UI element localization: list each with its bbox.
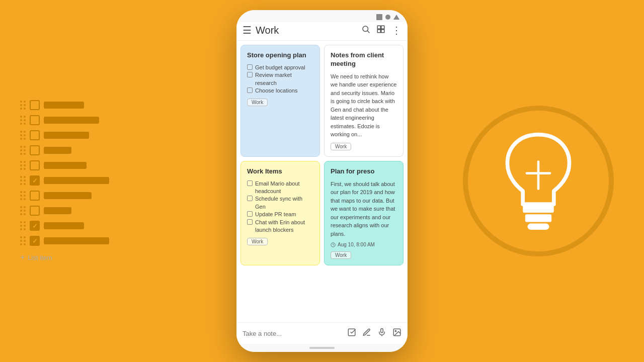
note-store-opening[interactable]: Store opening plan Get budget approval R…	[240, 45, 320, 157]
search-icon[interactable]	[361, 25, 370, 36]
checklist-item: Get budget approval	[247, 64, 313, 71]
reminder-text: Aug 10, 8:00 AM	[338, 242, 375, 247]
svg-rect-10	[381, 29, 384, 32]
take-note-input[interactable]	[243, 330, 343, 337]
note-checklist: Get budget approval Review market resear…	[247, 64, 313, 95]
tag-work[interactable]: Work	[247, 99, 268, 106]
checklist-item: Schedule sync with Gen	[247, 195, 313, 211]
checkbox[interactable]	[30, 206, 40, 216]
tag-work[interactable]: Work	[247, 238, 268, 245]
add-item-label: List item	[28, 254, 52, 261]
svg-rect-12	[348, 329, 355, 336]
checklist-row	[20, 160, 109, 170]
checkbox-checked[interactable]: ✓	[30, 221, 40, 231]
mini-checkbox[interactable]	[247, 196, 253, 201]
bottom-icons	[347, 328, 401, 339]
bottom-bar	[236, 322, 408, 344]
checklist-row	[20, 191, 109, 201]
wifi-icon	[393, 15, 399, 20]
app-title: Work	[256, 25, 279, 36]
checkbox-checked[interactable]: ✓	[30, 236, 40, 246]
home-bar	[309, 347, 335, 349]
list-bar	[44, 237, 109, 244]
left-checklist-decoration: ✓ ✓ ✓ + List item	[20, 100, 109, 262]
drag-dots	[20, 116, 26, 125]
svg-rect-7	[377, 26, 380, 29]
list-bar	[44, 207, 71, 214]
list-bar	[44, 132, 89, 139]
drag-dots	[20, 176, 26, 185]
more-options-icon[interactable]: ⋮	[391, 24, 401, 36]
note-plan-preso[interactable]: Plan for preso First, we should talk abo…	[324, 161, 404, 265]
checklist-row: ✓	[20, 221, 109, 231]
mini-checkbox[interactable]	[247, 64, 253, 70]
header-right: ⋮	[361, 24, 401, 36]
checklist-text: Get budget approval	[255, 64, 305, 71]
app-header: ☰ Work ⋮	[236, 22, 408, 41]
mini-checkbox[interactable]	[247, 219, 253, 225]
tag-work[interactable]: Work	[331, 251, 351, 259]
note-title: Notes from client meeting	[331, 51, 397, 68]
list-bar	[44, 117, 99, 124]
home-indicator	[236, 344, 408, 352]
plus-icon: +	[20, 253, 25, 262]
drag-dots	[20, 131, 26, 140]
svg-point-16	[395, 330, 396, 331]
notes-grid: Store opening plan Get budget approval R…	[236, 41, 408, 322]
checklist-item: Email Mario about headcount	[247, 180, 313, 196]
checklist-row	[20, 115, 109, 125]
image-icon[interactable]	[392, 328, 401, 339]
drag-dots	[20, 206, 26, 215]
svg-rect-8	[381, 26, 384, 29]
checklist-text: Review market research	[255, 71, 313, 87]
note-client-meeting[interactable]: Notes from client meeting We need to ret…	[324, 45, 404, 157]
lightbulb-decoration	[463, 106, 614, 256]
checkbox[interactable]	[30, 160, 40, 170]
drag-dots	[20, 236, 26, 245]
mini-checkbox[interactable]	[247, 87, 253, 93]
note-work-items[interactable]: Work Items Email Mario about headcount S…	[240, 161, 320, 265]
note-title: Store opening plan	[247, 51, 313, 60]
drag-dots	[20, 161, 26, 170]
signal-icon	[385, 15, 390, 20]
mini-checkbox[interactable]	[247, 211, 253, 217]
checklist-item: Chat with Erin about launch blockers	[247, 219, 313, 234]
mini-checkbox[interactable]	[247, 180, 253, 186]
note-body: First, we should talk about our plan for…	[331, 180, 397, 238]
checkbox[interactable]	[30, 130, 40, 140]
mic-icon[interactable]	[377, 328, 386, 339]
reminder: Aug 10, 8:00 AM	[331, 242, 397, 247]
checklist-row	[20, 145, 109, 155]
svg-rect-0	[523, 205, 554, 213]
note-title: Plan for preso	[331, 167, 397, 176]
list-bar	[44, 147, 71, 154]
menu-icon[interactable]: ☰	[243, 24, 252, 36]
list-bar	[44, 192, 92, 199]
note-title: Work Items	[247, 167, 313, 176]
checkbox-checked[interactable]: ✓	[30, 175, 40, 186]
checklist-item: Update PR team	[247, 211, 313, 218]
lightbulb-icon	[498, 131, 579, 231]
checklist-row	[20, 100, 109, 110]
draw-icon[interactable]	[362, 328, 371, 339]
checkbox[interactable]	[30, 100, 40, 110]
header-left: ☰ Work	[243, 24, 279, 36]
battery-icon	[376, 14, 382, 20]
mini-checkbox[interactable]	[247, 72, 253, 77]
checklist-text: Schedule sync with Gen	[255, 195, 313, 211]
checklist-row: ✓	[20, 175, 109, 186]
checkbox-icon[interactable]	[347, 328, 356, 339]
checkbox[interactable]	[30, 191, 40, 201]
clock-icon	[331, 242, 336, 247]
checklist-text: Update PR team	[255, 211, 296, 218]
svg-line-6	[367, 31, 369, 33]
tag-work[interactable]: Work	[331, 143, 351, 150]
note-body: We need to rethink how we handle user ex…	[331, 72, 397, 139]
list-bar	[44, 162, 87, 169]
add-item-row[interactable]: + List item	[20, 251, 109, 262]
list-bar	[44, 222, 84, 229]
drag-dots	[20, 191, 26, 200]
checkbox[interactable]	[30, 115, 40, 125]
checkbox[interactable]	[30, 145, 40, 155]
layout-icon[interactable]	[376, 25, 385, 36]
